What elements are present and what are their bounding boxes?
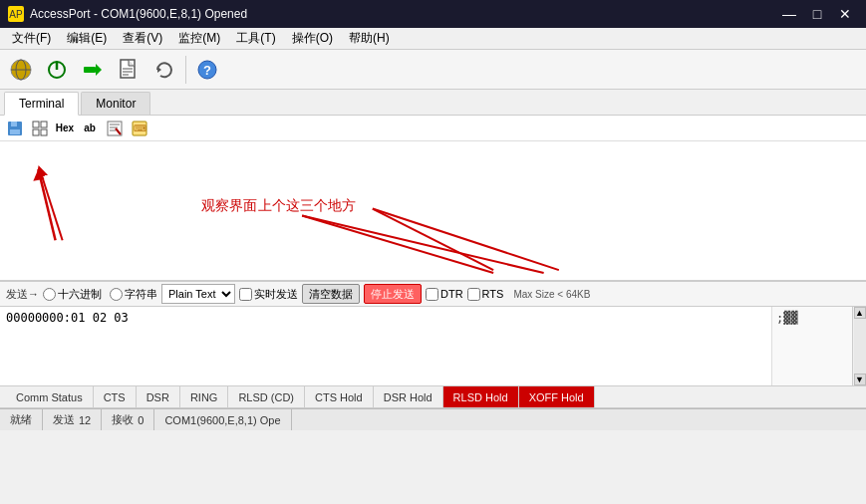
dtr-checkbox-label[interactable]: DTR [426, 288, 463, 301]
clear-data-button[interactable]: 清空数据 [302, 284, 360, 304]
xoff-hold-indicator: XOFF Hold [519, 386, 595, 407]
send-count-status: 发送 12 [43, 409, 102, 430]
svg-line-28 [40, 171, 62, 240]
ascii-panel: ;▓▓ [772, 307, 852, 385]
refresh-button[interactable] [147, 53, 181, 87]
plain-text-select[interactable]: Plain Text [161, 284, 235, 304]
calc-icon: ⌨ [132, 121, 147, 136]
ring-indicator: RING [180, 386, 229, 407]
save-icon [7, 121, 23, 136]
svg-rect-5 [84, 67, 96, 73]
tab-terminal[interactable]: Terminal [4, 92, 79, 116]
dsr-hold-indicator: DSR Hold [374, 386, 443, 407]
title-bar: AP AccessPort - COM1(9600,E,8,1) Opened … [0, 0, 866, 28]
menu-edit[interactable]: 编辑(E) [59, 28, 115, 49]
port-info-status: COM1(9600,E,8,1) Ope [154, 409, 291, 430]
tabs-row: Terminal Monitor [0, 90, 866, 116]
comm-status-bar: Comm Status CTS DSR RING RLSD (CD) CTS H… [0, 386, 866, 408]
clear-icon [107, 121, 123, 136]
cts-indicator: CTS [94, 386, 137, 407]
max-size-label: Max Size < 64KB [513, 289, 590, 300]
svg-rect-20 [41, 129, 47, 135]
menu-operation[interactable]: 操作(O) [284, 28, 341, 49]
annotation-text: 观察界面上个这三个地方 [201, 198, 356, 214]
hex-panel: 00000000:01 02 03 [0, 307, 772, 385]
dsr-indicator: DSR [137, 386, 180, 407]
sub-toolbar: Hex ab ⌨ [0, 116, 866, 141]
rts-checkbox[interactable] [467, 288, 480, 301]
str-radio-label[interactable]: 字符串 [110, 287, 157, 302]
hex-radio[interactable] [43, 288, 56, 301]
menu-help[interactable]: 帮助(H) [341, 28, 398, 49]
hex-toggle[interactable]: Hex [54, 118, 76, 139]
realtime-send-checkbox[interactable] [239, 288, 252, 301]
rts-checkbox-label[interactable]: RTS [467, 288, 504, 301]
calc-button[interactable]: ⌨ [129, 118, 150, 139]
annotation-svg: 观察界面上个这三个地方 [0, 141, 866, 280]
send-count-value: 12 [79, 414, 91, 426]
toolbar: ? [0, 50, 866, 90]
data-display-area: 00000000:01 02 03 ;▓▓ ▲ ▼ [0, 307, 866, 386]
power-button[interactable] [40, 53, 74, 87]
menu-view[interactable]: 查看(V) [115, 28, 170, 49]
save-button[interactable] [4, 118, 26, 139]
realtime-send-checkbox-label[interactable]: 实时发送 [239, 287, 298, 302]
svg-line-32 [373, 209, 559, 271]
svg-text:⌨: ⌨ [134, 124, 146, 133]
ab-toggle[interactable]: ab [79, 118, 101, 139]
hex-data-row: 00000000:01 02 03 [6, 311, 765, 325]
toolbar-separator [185, 56, 186, 84]
grid-button[interactable] [29, 118, 51, 139]
scroll-up-arrow[interactable]: ▲ [854, 307, 866, 319]
hex-radio-label[interactable]: 十六进制 [43, 287, 102, 302]
svg-marker-6 [96, 64, 102, 76]
status-bar: 就绪 发送 12 接收 0 COM1(9600,E,8,1) Ope [0, 408, 866, 430]
title-bar-controls: — □ ✕ [776, 4, 858, 24]
scroll-track[interactable] [854, 319, 866, 374]
document-button[interactable] [112, 53, 145, 87]
minimize-button[interactable]: — [776, 4, 802, 24]
send-label: 发送→ [6, 287, 39, 302]
maximize-button[interactable]: □ [804, 4, 830, 24]
tab-monitor[interactable]: Monitor [81, 92, 150, 115]
svg-rect-17 [33, 122, 39, 127]
svg-line-29 [302, 215, 493, 273]
clear-button[interactable] [104, 118, 126, 139]
help-button[interactable]: ? [190, 53, 224, 87]
app-icon: AP [8, 6, 24, 22]
svg-line-31 [373, 209, 493, 271]
connect-button[interactable] [76, 53, 110, 87]
cts-hold-indicator: CTS Hold [305, 386, 374, 407]
menu-tools[interactable]: 工具(T) [228, 28, 283, 49]
stop-send-button[interactable]: 停止发送 [364, 284, 422, 304]
refresh-icon [153, 59, 175, 81]
dtr-checkbox[interactable] [426, 288, 438, 301]
ready-status: 就绪 [6, 409, 43, 430]
str-radio[interactable] [110, 288, 123, 301]
vertical-scrollbar[interactable]: ▲ ▼ [852, 307, 866, 385]
close-button[interactable]: ✕ [832, 4, 858, 24]
svg-rect-16 [10, 129, 20, 134]
svg-marker-11 [157, 67, 161, 73]
svg-rect-15 [11, 122, 17, 126]
menu-monitor[interactable]: 监控(M) [170, 28, 228, 49]
window-title: AccessPort - COM1(9600,E,8,1) Opened [30, 7, 247, 21]
svg-rect-19 [33, 129, 39, 135]
power-icon [46, 59, 68, 81]
grid-icon [32, 121, 48, 136]
recv-count-value: 0 [138, 414, 144, 426]
menu-file[interactable]: 文件(F) [4, 28, 59, 49]
svg-rect-18 [41, 122, 47, 127]
rlsd-hold-indicator: RLSD Hold [443, 386, 519, 407]
scroll-down-arrow[interactable]: ▼ [854, 374, 866, 385]
comm-status-label: Comm Status [6, 386, 94, 407]
globe-icon [8, 57, 34, 83]
help-icon: ? [196, 59, 218, 81]
rlsd-cd-indicator: RLSD (CD) [228, 386, 305, 407]
menu-bar: 文件(F) 编辑(E) 查看(V) 监控(M) 工具(T) 操作(O) 帮助(H… [0, 28, 866, 50]
svg-line-33 [38, 169, 55, 240]
svg-text:?: ? [203, 63, 211, 78]
encoding-radio-group: 十六进制 字符串 [43, 287, 157, 302]
svg-line-30 [302, 215, 544, 273]
settings-button[interactable] [4, 53, 38, 87]
